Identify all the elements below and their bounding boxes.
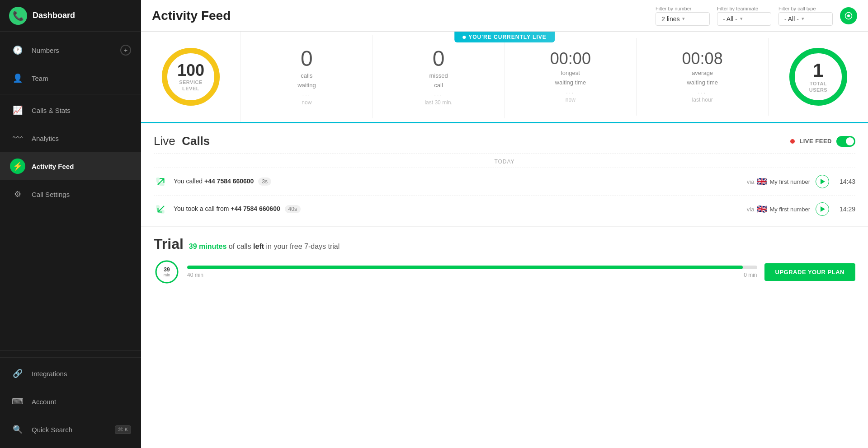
average-waiting-dots: ... xyxy=(698,89,707,95)
average-waiting-sublabel: waiting time xyxy=(687,79,718,86)
filter-number-select[interactable]: 2 lines ▾ xyxy=(656,12,710,26)
upgrade-plan-button[interactable]: UPGRADE YOUR PLAN xyxy=(764,263,855,281)
play-arrow-icon-1 xyxy=(821,179,825,184)
calls-waiting-sublabel: waiting xyxy=(297,82,316,89)
sidebar-item-calls-stats[interactable]: 📈 Calls & Stats xyxy=(0,96,141,124)
call-play-button-1[interactable] xyxy=(816,175,829,188)
top-bar: Activity Feed Filter by number 2 lines ▾… xyxy=(141,0,868,32)
filter-calltype-value: - All - xyxy=(784,15,799,23)
account-icon-wrap: ⌨ xyxy=(10,394,25,409)
total-users-label1: TOTAL xyxy=(809,81,827,86)
sidebar-item-label: Integrations xyxy=(32,370,67,378)
call-number-name-1: My first number xyxy=(769,178,810,185)
trial-desc-pre: of calls xyxy=(229,243,253,250)
call-description-2: You took a call from +44 7584 660600 40s xyxy=(174,205,741,213)
cmd-key: ⌘ xyxy=(118,427,123,433)
service-level-center: 100 SERVICE LEVEL xyxy=(177,62,204,91)
sidebar-item-label: Account xyxy=(32,398,56,406)
call-play-button-2[interactable] xyxy=(816,202,829,216)
sidebar-item-label: Calls & Stats xyxy=(32,107,71,114)
longest-waiting-dots: ... xyxy=(566,89,575,95)
filter-calltype: Filter by call type - All - ▾ xyxy=(778,6,833,26)
sidebar-item-call-settings[interactable]: ⚙ Call Settings xyxy=(0,180,141,208)
missed-call-stat: 0 missed call ... last 30 min. xyxy=(373,35,505,118)
filter-calltype-label: Filter by call type xyxy=(778,6,833,11)
service-level-value: 100 xyxy=(177,62,204,79)
activity-feed-icon-wrap: ⚡ xyxy=(10,159,25,174)
progress-label-end: 0 min xyxy=(744,272,757,278)
quick-search-badge: ⌘ K xyxy=(115,425,131,434)
outgoing-call-icon xyxy=(154,174,168,189)
longest-waiting-label: longest xyxy=(561,70,580,76)
sidebar-item-team[interactable]: 👤 Team xyxy=(0,64,141,92)
average-waiting-stat: 00:08 average waiting time ... last hour xyxy=(637,38,769,116)
call-via-2: via 🇬🇧 My first number xyxy=(747,206,810,213)
trial-desc-post: in your free 7-days trial xyxy=(266,243,340,250)
live-calls-section: Live Calls LIVE FEED TODAY Yo xyxy=(141,123,868,223)
calls-waiting-label: calls xyxy=(301,72,312,79)
call-duration-2: 40s xyxy=(285,205,301,213)
notification-icon[interactable] xyxy=(840,7,857,24)
sidebar-item-analytics[interactable]: 〰 Analytics xyxy=(0,124,141,152)
service-level-widget: 100 SERVICE LEVEL xyxy=(141,32,241,122)
calls-waiting-value: 0 xyxy=(301,48,313,70)
filter-teammate-label: Filter by teammate xyxy=(717,6,771,11)
live-dot xyxy=(790,139,795,144)
sidebar-item-activity-feed[interactable]: ⚡ Activity Feed xyxy=(0,152,141,180)
nav-divider xyxy=(0,94,141,94)
call-desc-text: You took a call from +44 7584 660600 xyxy=(174,205,280,212)
trial-left: left xyxy=(253,243,264,250)
call-row: You took a call from +44 7584 660600 40s… xyxy=(154,195,855,223)
search-icon-wrap: 🔍 xyxy=(10,422,25,437)
analytics-icon-wrap: 〰 xyxy=(10,131,25,146)
app-logo-icon: 📞 xyxy=(9,7,27,25)
live-banner-dot xyxy=(462,36,466,39)
service-level-label1: SERVICE xyxy=(177,79,204,85)
sidebar-item-numbers[interactable]: 🕐 Numbers + xyxy=(0,36,141,64)
trial-progress-wrap: 39 min 40 min 0 min UPGRADE YOUR PLAN xyxy=(154,259,855,285)
toggle-thumb xyxy=(846,137,854,145)
filter-teammate-select[interactable]: - All - ▾ xyxy=(717,12,771,26)
call-number-name-2: My first number xyxy=(769,206,810,213)
total-users-value: 1 xyxy=(809,61,827,80)
chart-icon: 📈 xyxy=(13,105,23,115)
add-number-button[interactable]: + xyxy=(120,45,131,56)
longest-waiting-value: 00:00 xyxy=(550,51,591,67)
sidebar-item-integrations[interactable]: 🔗 Integrations xyxy=(0,359,141,387)
numbers-icon-wrap: 🕐 xyxy=(10,42,25,58)
sidebar-bottom: 🔗 Integrations ⌨ Account 🔍 Quick Search … xyxy=(0,350,141,448)
total-users-label2: USERS xyxy=(809,87,827,93)
filter-calltype-select[interactable]: - All - ▾ xyxy=(778,12,833,26)
progress-fill xyxy=(187,266,743,269)
call-time-2: 14:29 xyxy=(837,205,855,213)
chevron-down-icon: ▾ xyxy=(802,16,804,22)
lightning-icon: ⚡ xyxy=(13,161,23,171)
call-duration-1: 3s xyxy=(258,177,271,186)
via-text-2: via xyxy=(747,206,755,213)
filter-teammate-value: - All - xyxy=(723,15,737,23)
team-icon-wrap: 👤 xyxy=(10,70,25,86)
flag-icon-1: 🇬🇧 xyxy=(757,178,767,185)
call-desc-text: You called +44 7584 660600 xyxy=(174,177,254,185)
search-icon: 🔍 xyxy=(13,425,23,434)
trial-section: Trial 39 minutes of calls left in your f… xyxy=(141,226,868,292)
call-settings-icon-wrap: ⚙ xyxy=(10,187,25,202)
call-time-1: 14:43 xyxy=(837,178,855,185)
call-row: You called +44 7584 660600 3s via 🇬🇧 My … xyxy=(154,168,855,195)
app-title: Dashboard xyxy=(33,11,75,20)
filter-number-value: 2 lines xyxy=(661,15,679,23)
calls-waiting-stat: 0 calls waiting ... now xyxy=(241,35,373,118)
filter-teammate: Filter by teammate - All - ▾ xyxy=(717,6,771,26)
chevron-down-icon: ▾ xyxy=(682,16,685,22)
sidebar-item-account[interactable]: ⌨ Account xyxy=(0,387,141,415)
longest-waiting-time: now xyxy=(566,97,576,103)
live-feed-toggle: LIVE FEED xyxy=(790,136,855,147)
clock-icon: 🕐 xyxy=(13,45,23,55)
live-feed-toggle-switch[interactable] xyxy=(836,136,855,147)
average-waiting-label: average xyxy=(692,70,713,76)
trial-progress-bar-area: 40 min 0 min xyxy=(187,266,757,278)
account-icon: ⌨ xyxy=(12,397,24,406)
sidebar-item-label: Call Settings xyxy=(32,191,70,198)
average-waiting-value: 00:08 xyxy=(682,51,723,67)
sidebar-item-quick-search[interactable]: 🔍 Quick Search ⌘ K xyxy=(0,415,141,443)
